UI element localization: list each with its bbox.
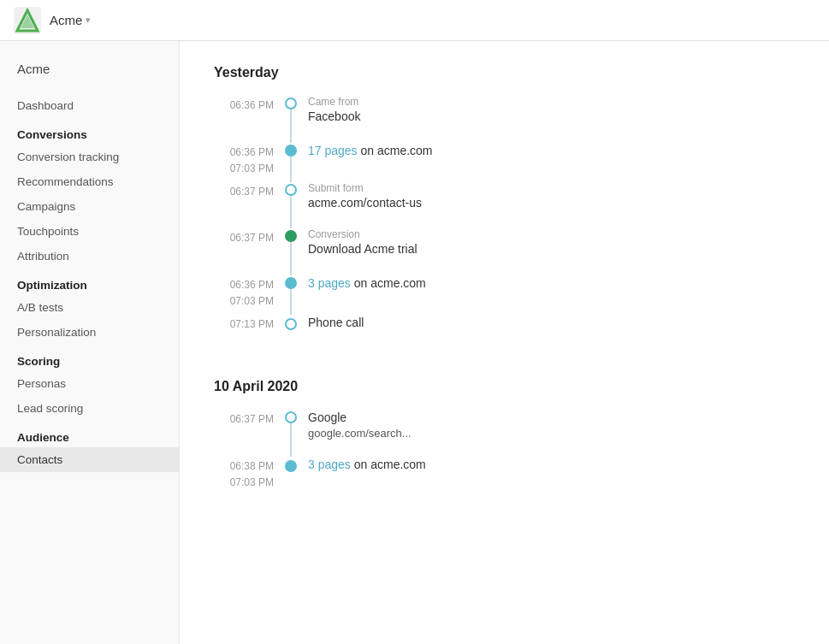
title-3pages-april: 3 pages on acme.com — [308, 457, 795, 474]
title-google: Google — [308, 410, 795, 427]
line-facebook — [290, 109, 292, 143]
sidebar-section-conversions: Conversions — [0, 118, 179, 145]
timeline-item-conversion: 06:37 PM Conversion Download Acme trial — [214, 228, 795, 275]
connector-submit-form — [274, 182, 308, 229]
sidebar-section-audience: Audience — [0, 421, 179, 447]
time-17pages: 06:36 PM 07:03 PM — [214, 143, 274, 182]
timeline-item-3pages-yesterday: 06:36 PM 07:03 PM 3 pages on acme.com — [214, 275, 795, 315]
app-logo — [14, 7, 41, 34]
line-conversion — [290, 242, 292, 275]
connector-17pages — [274, 143, 308, 182]
brand-name[interactable]: Acme ▾ — [50, 13, 91, 27]
brand-chevron: ▾ — [86, 15, 91, 26]
link-3pages-yesterday[interactable]: 3 pages — [308, 276, 351, 290]
title-17pages: 17 pages on acme.com — [308, 143, 795, 160]
time-facebook: 06:36 PM — [214, 96, 274, 143]
sidebar-item-conversion-tracking[interactable]: Conversion tracking — [0, 145, 179, 169]
title-submit-form: acme.com/contact-us — [308, 195, 795, 212]
line-17pages — [290, 157, 292, 182]
sidebar-workspace: Acme — [0, 62, 179, 93]
timeline-april: 06:37 PM Google google.com/search... 06:… — [214, 410, 795, 491]
dot-facebook — [285, 97, 297, 109]
connector-3pages-april — [274, 457, 308, 472]
connector-3pages-yesterday — [274, 275, 308, 315]
sidebar-item-dashboard[interactable]: Dashboard — [0, 93, 179, 118]
main-content: Yesterday 06:36 PM Came from Facebook — [180, 41, 829, 644]
sidebar-item-lead-scoring[interactable]: Lead scoring — [0, 396, 179, 421]
sidebar-item-contacts[interactable]: Contacts — [0, 447, 179, 472]
line-google — [290, 423, 292, 457]
timeline-yesterday: 06:36 PM Came from Facebook 06:36 PM 07:… — [214, 96, 795, 348]
topbar: Acme ▾ — [0, 0, 829, 41]
sidebar-section-scoring: Scoring — [0, 345, 179, 371]
link-3pages-april[interactable]: 3 pages — [308, 458, 351, 471]
time-phone-call: 07:13 PM — [214, 315, 274, 333]
content-phone-call: Phone call — [308, 315, 795, 349]
sidebar-item-attribution[interactable]: Attribution — [0, 244, 179, 269]
content-conversion: Conversion Download Acme trial — [308, 228, 795, 275]
timeline-item-3pages-april: 06:38 PM 07:03 PM 3 pages on acme.com — [214, 457, 795, 491]
date-heading-yesterday: Yesterday — [214, 65, 795, 80]
app-layout: Acme Dashboard Conversions Conversion tr… — [0, 41, 829, 644]
timeline-item-submit-form: 06:37 PM Submit form acme.com/contact-us — [214, 182, 795, 229]
time-conversion: 06:37 PM — [214, 228, 274, 275]
timeline-item-google: 06:37 PM Google google.com/search... — [214, 410, 795, 457]
time-3pages-yesterday: 06:36 PM 07:03 PM — [214, 275, 274, 315]
link-17pages[interactable]: 17 pages — [308, 144, 358, 157]
timeline-item-facebook: 06:36 PM Came from Facebook — [214, 96, 795, 143]
sidebar-section-optimization: Optimization — [0, 269, 179, 295]
content-3pages-april: 3 pages on acme.com — [308, 457, 795, 491]
subtitle-google: google.com/search... — [308, 427, 795, 440]
dot-submit-form — [285, 184, 297, 196]
content-17pages: 17 pages on acme.com — [308, 143, 795, 182]
sidebar-item-touchpoints[interactable]: Touchpoints — [0, 219, 179, 244]
label-conversion: Conversion — [308, 228, 795, 240]
line-submit-form — [290, 196, 292, 229]
timeline-item-phone-call: 07:13 PM Phone call — [214, 315, 795, 349]
sidebar-item-recommendations[interactable]: Recommendations — [0, 169, 179, 194]
connector-conversion — [274, 228, 308, 275]
dot-google — [285, 411, 297, 423]
connector-facebook — [274, 96, 308, 143]
label-facebook: Came from — [308, 96, 795, 108]
dot-17pages — [285, 145, 297, 157]
time-google: 06:37 PM — [214, 410, 274, 457]
content-submit-form: Submit form acme.com/contact-us — [308, 182, 795, 229]
sidebar-item-personas[interactable]: Personas — [0, 371, 179, 396]
time-submit-form: 06:37 PM — [214, 182, 274, 229]
title-conversion: Download Acme trial — [308, 241, 795, 258]
connector-google — [274, 410, 308, 457]
timeline-item-17pages: 06:36 PM 07:03 PM 17 pages on acme.com — [214, 143, 795, 182]
time-3pages-april: 06:38 PM 07:03 PM — [214, 457, 274, 491]
dot-phone-call — [285, 318, 297, 330]
sidebar-item-ab-tests[interactable]: A/B tests — [0, 295, 179, 320]
date-heading-april: 10 April 2020 — [214, 379, 795, 394]
title-3pages-yesterday: 3 pages on acme.com — [308, 275, 795, 292]
label-submit-form: Submit form — [308, 182, 795, 194]
line-3pages-yesterday — [290, 289, 292, 315]
dot-conversion — [285, 230, 297, 242]
content-google: Google google.com/search... — [308, 410, 795, 457]
content-facebook: Came from Facebook — [308, 96, 795, 143]
sidebar-item-personalization[interactable]: Personalization — [0, 320, 179, 345]
dot-3pages-april — [285, 460, 297, 472]
sidebar: Acme Dashboard Conversions Conversion tr… — [0, 41, 180, 644]
dot-3pages-yesterday — [285, 277, 297, 289]
sidebar-item-campaigns[interactable]: Campaigns — [0, 194, 179, 219]
title-facebook: Facebook — [308, 109, 795, 126]
connector-phone-call — [274, 315, 308, 330]
content-3pages-yesterday: 3 pages on acme.com — [308, 275, 795, 315]
title-phone-call: Phone call — [308, 315, 795, 332]
